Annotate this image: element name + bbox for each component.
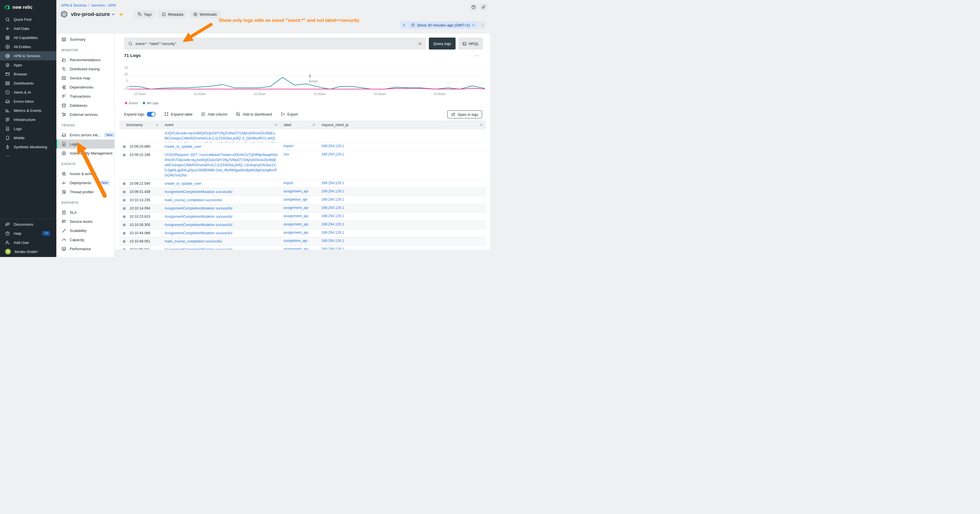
log-ip-link[interactable]: 169.254.129.1	[321, 197, 344, 202]
subnav-item-service-map[interactable]: Service map	[56, 73, 115, 83]
row-select-square[interactable]	[123, 145, 126, 148]
remove-column-button[interactable]	[274, 123, 278, 127]
log-event-link[interactable]: AssignmentCompletionMutation successful	[164, 206, 232, 211]
row-select-square[interactable]	[123, 199, 126, 202]
row-select-square[interactable]	[123, 207, 126, 210]
table-row[interactable]: 10:10:13.235mark_course_completion succe…	[119, 196, 486, 204]
table-row[interactable]: 10:10:23.815AssignmentCompletionMutation…	[119, 213, 486, 221]
log-search-input[interactable]: event:* -"label":"security"	[124, 38, 426, 49]
subnav-item-scalability[interactable]: Scalability	[56, 226, 115, 235]
row-select-square[interactable]	[123, 191, 126, 193]
open-in-logs-button[interactable]: Open in logs	[447, 110, 482, 118]
row-select-square[interactable]	[123, 215, 126, 218]
column-header-request_client_ip[interactable]: request_client_ip	[318, 121, 486, 129]
subnav-item-recommendations[interactable]: Recommendations	[56, 55, 115, 64]
subnav-item-transactions[interactable]: Transactions	[56, 92, 115, 101]
row-select-square[interactable]	[123, 224, 126, 226]
workloads-button[interactable]: Workloads	[190, 10, 220, 18]
log-event-link[interactable]: AssignmentCompletionMutation successful	[164, 214, 232, 219]
log-ip-link[interactable]: 169.254.129.1	[321, 239, 344, 243]
log-event-link[interactable]: mark_course_completion successful	[164, 197, 222, 203]
log-label-link[interactable]: import	[283, 144, 293, 148]
subnav-item-issues-activity[interactable]: Issues & activity	[56, 169, 115, 178]
subnav-item-sla[interactable]: SLA	[56, 208, 115, 217]
remove-column-button[interactable]	[312, 123, 315, 127]
subnav-item-service-levels[interactable]: Service levels	[56, 217, 115, 226]
log-label-link[interactable]: assignment_api	[283, 231, 309, 234]
subnav-item-capacity[interactable]: Capacity	[56, 235, 115, 244]
sidebar-item-discussions[interactable]: Discussions	[0, 220, 56, 229]
sidebar-item-browser[interactable]: Browser	[0, 70, 56, 78]
log-label-link[interactable]: import	[283, 181, 293, 185]
sidebar-item-infrastructure[interactable]: Infrastructure	[0, 115, 56, 124]
table-row[interactable]: 10:09:22.540create_or_update_userimport1…	[119, 180, 486, 188]
toolbar-add-to-dashboard[interactable]: Add to dashboard	[236, 112, 272, 116]
log-ip-link[interactable]: 169.254.129.1	[321, 189, 344, 193]
toolbar-export[interactable]: Export	[280, 112, 298, 116]
log-event-link[interactable]: mark_course_completion successful	[164, 239, 222, 244]
sidebar-item-errors-inbox[interactable]: Errors Inbox	[0, 97, 56, 106]
log-event-link[interactable]: AssignmentCompletionMutation successful	[164, 189, 232, 194]
sidebar-item-all-capabilities[interactable]: All Capabilities	[0, 33, 56, 42]
subnav-item-dependencies[interactable]: Dependencies	[56, 83, 115, 92]
table-row[interactable]: 10:10:35.305AssignmentCompletionMutation…	[119, 221, 486, 229]
sidebar-item-add-user[interactable]: Add User	[0, 238, 56, 247]
subnav-item-summary[interactable]: Summary	[56, 35, 115, 44]
subnav-item-thread-profiler[interactable]: Thread profiler	[56, 187, 115, 196]
log-label-link[interactable]: assignment_api	[283, 222, 309, 226]
remove-column-button[interactable]	[155, 123, 159, 127]
log-ip-link[interactable]: 169.254.129.1	[321, 144, 344, 148]
sidebar-item-mobile[interactable]: Mobile	[0, 133, 56, 142]
table-row[interactable]: JUQVU&code=eyJraWQiOiJjcGltY29yZV8wOTI1M…	[119, 129, 486, 143]
table-row[interactable]: 10:09:22.196<ASGIRequest: GET '/sso/call…	[119, 151, 486, 180]
toolbar-expand-logs[interactable]: Expand logs	[124, 112, 156, 117]
subnav-item-external-services[interactable]: External services	[56, 110, 115, 119]
legend-item-errors[interactable]: Errors	[125, 101, 138, 105]
breadcrumb-apm-services[interactable]: APM & Services	[61, 3, 87, 7]
time-range-button[interactable]: Since 30 minutes ago (GMT+2)	[408, 21, 478, 29]
subnav-item-databases[interactable]: Databases	[56, 101, 115, 110]
clear-query-button[interactable]	[418, 41, 422, 46]
log-label-link[interactable]: completion_api	[283, 197, 307, 202]
sidebar-item-add-data[interactable]: Add Data	[0, 24, 56, 33]
row-select-square[interactable]	[123, 240, 126, 243]
remove-column-button[interactable]	[480, 123, 483, 127]
subnav-item-performance[interactable]: Performance	[56, 244, 115, 253]
table-row[interactable]: 10:10:44.066AssignmentCompletionMutation…	[119, 229, 486, 237]
sidebar-item-metrics-events[interactable]: Metrics & Events	[0, 106, 56, 115]
row-select-square[interactable]	[123, 154, 126, 156]
sidebar-item-apm-services[interactable]: APM & Services	[0, 51, 56, 60]
log-event-link[interactable]: AssignmentCompletionMutation successful	[164, 231, 232, 236]
tags-button[interactable]: Tags	[134, 10, 155, 18]
log-ip-link[interactable]: 169.254.129.1	[321, 222, 344, 226]
row-select-square[interactable]	[123, 183, 126, 185]
log-label-link[interactable]: assignment_api	[283, 214, 309, 218]
help-button[interactable]	[470, 3, 477, 11]
log-ip-link[interactable]: 169.254.129.1	[321, 206, 344, 210]
sidebar-item-help[interactable]: Help70	[0, 229, 56, 238]
sidebar-item-apps[interactable]: Apps	[0, 60, 56, 70]
log-ip-link[interactable]: 169.254.129.1	[321, 231, 344, 234]
log-event-link[interactable]: create_or_update_user	[164, 181, 201, 186]
breadcrumb-services-apm[interactable]: Services - APM	[91, 3, 116, 7]
log-ip-link[interactable]: 169.254.129.1	[321, 181, 344, 185]
row-select-square[interactable]	[123, 232, 126, 234]
nrql-button[interactable]: NRQL	[458, 38, 483, 49]
newrelic-logo[interactable]: new relic	[0, 0, 56, 15]
time-forward-button[interactable]	[479, 21, 485, 29]
sidebar-item-synthetic-monitoring[interactable]: Synthetic Monitoring	[0, 142, 56, 151]
log-event-link[interactable]: <ASGIRequest: GET '/sso/callback/?state=…	[164, 152, 278, 178]
entity-title[interactable]: vbv-prod-azure	[71, 11, 110, 18]
toolbar-expand-table[interactable]: Expand table	[164, 112, 192, 116]
sidebar-item-logs[interactable]: Logs	[0, 124, 56, 133]
subnav-item-deployments[interactable]: DeploymentsNew	[56, 178, 115, 187]
query-logs-button[interactable]: Query logs	[429, 38, 455, 49]
column-header-timestamp[interactable]: timestamp	[119, 121, 162, 129]
log-event-link[interactable]: create_or_update_user	[164, 144, 201, 149]
permalink-button[interactable]	[480, 3, 487, 11]
toolbar-add-column[interactable]: Add column	[201, 112, 228, 116]
subnav-item-errors-errors-inb-[interactable]: Errors (errors inb...New	[56, 130, 115, 140]
log-label-link[interactable]: completion_api	[283, 239, 307, 243]
time-back-button[interactable]	[400, 21, 407, 29]
table-row[interactable]: 10:10:49.051mark_course_completion succe…	[119, 237, 486, 246]
